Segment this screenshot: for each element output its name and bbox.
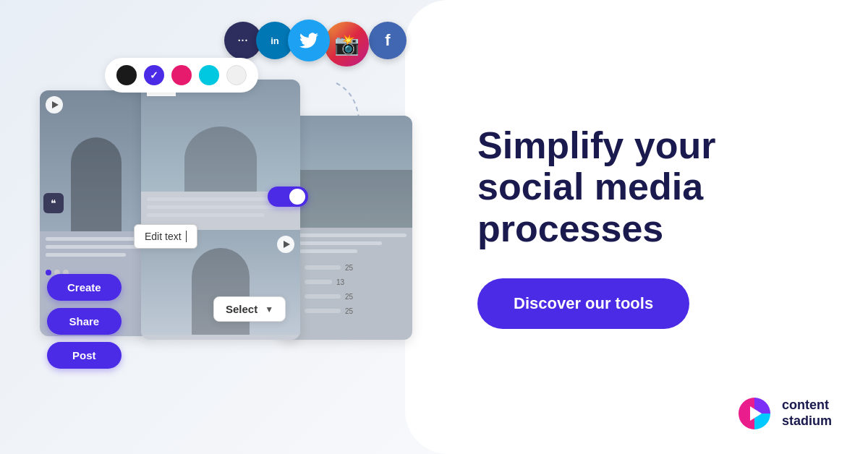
action-buttons-group: Create Share Post: [47, 274, 122, 369]
color-swatches: ✓: [105, 58, 258, 93]
select-dropdown[interactable]: Select ▼: [213, 296, 286, 322]
swatch-white[interactable]: [226, 65, 247, 85]
right-content: Simplify your social media processes Dis…: [477, 125, 825, 329]
logo-line1: content: [782, 398, 832, 414]
swatch-cyan[interactable]: [199, 65, 219, 85]
facebook-icon: f: [369, 22, 407, 59]
headline-line2: social media: [477, 166, 703, 207]
headline-line1: Simplify your: [477, 124, 715, 166]
swatch-pink[interactable]: [171, 65, 192, 85]
edit-text-input[interactable]: Edit text: [134, 224, 197, 249]
share-button[interactable]: Share: [47, 308, 122, 335]
page-container: ··· in 📸 f ✓: [0, 0, 868, 454]
instagram-icon: 📸: [324, 22, 369, 67]
left-panel: ··· in 📸 f ✓: [0, 0, 448, 454]
create-button[interactable]: Create: [47, 274, 122, 301]
twitter-icon: [288, 20, 330, 61]
dropdown-arrow-icon: ▼: [265, 304, 273, 314]
swatch-black[interactable]: [116, 65, 137, 85]
right-panel: Simplify your social media processes Dis…: [448, 0, 868, 454]
logo-line2: stadium: [782, 414, 832, 429]
logo-icon: [736, 395, 773, 432]
post-button[interactable]: Post: [47, 342, 122, 369]
toggle-thumb: [289, 189, 305, 205]
toggle-switch[interactable]: [268, 187, 308, 207]
logo-text: content stadium: [782, 398, 832, 429]
quote-icon: ❝: [43, 193, 64, 213]
toggle-track: [268, 187, 308, 207]
headline-line3: processes: [477, 207, 663, 249]
play-icon-left: [46, 96, 63, 113]
text-cursor: [186, 231, 187, 242]
logo-area: content stadium: [736, 395, 832, 432]
swatch-purple[interactable]: ✓: [144, 65, 164, 85]
play-icon-center: [277, 236, 294, 253]
select-label: Select: [226, 303, 258, 315]
cta-button[interactable]: Discover our tools: [477, 278, 689, 329]
headline: Simplify your social media processes: [477, 125, 825, 249]
edit-text-label: Edit text: [145, 231, 182, 242]
